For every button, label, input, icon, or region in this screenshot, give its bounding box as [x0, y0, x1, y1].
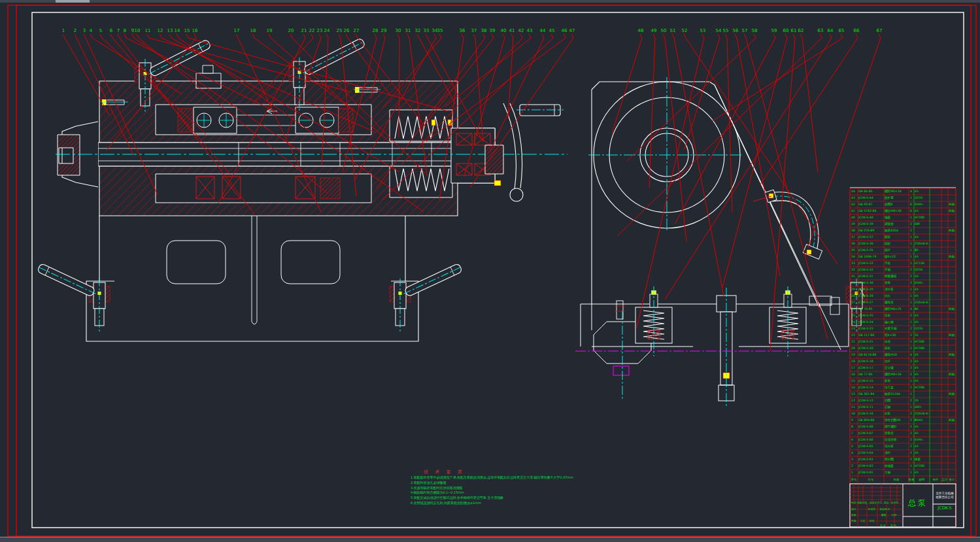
bom-cell: 44 [851, 188, 858, 195]
bom-header-cell: 序号 [851, 478, 857, 481]
bom-row: 43JCDK-5-44防护罩1Q235 [0, 195, 980, 201]
bom-cell: 19 [851, 352, 858, 358]
bom-cell: JCDK-5-37 [858, 234, 883, 241]
bom-cell: 33 [851, 260, 858, 267]
titleblock-label: 校核 [851, 513, 856, 517]
bom-cell: 22 [851, 332, 858, 339]
balloon-number: 55 [723, 28, 729, 33]
titleblock-label: 工艺 [860, 519, 866, 522]
balloon-number: 2 [74, 28, 76, 33]
bom-cell: 蜗轮 [885, 241, 908, 247]
bom-cell: GB 6170-86 [858, 352, 883, 358]
balloon-number: 13 [167, 28, 173, 33]
cad-window: { "sheet": { "bg_color": "#232831", "lin… [0, 0, 980, 542]
bom-row: 16GB 77-85螺钉M8×16245外购 [0, 371, 980, 378]
bom-cell: 偏心轴 [885, 319, 908, 326]
titleblock-drawing-number: JCDK-5 [934, 505, 956, 511]
bom-cell: 外购 [949, 371, 956, 378]
bom-cell: 65Mn [915, 417, 929, 424]
note-line: 5.装配完成后须进行空载试运转,各手柄操作灵活可靠 无卡滞现象 [411, 496, 685, 501]
bom-cell: 1 [910, 391, 914, 398]
balloon-number: 60 [783, 28, 789, 33]
titleblock-label: 第 张 [890, 524, 896, 527]
bom-cell: JCDK-5-07 [858, 430, 883, 437]
bom-cell: 30 [851, 280, 858, 286]
bom-cell: 2 [910, 411, 914, 417]
leader-line [725, 34, 732, 212]
bom-cell: JCDK-5-04 [858, 450, 883, 456]
titleblock-label: 更改文件号 [870, 501, 882, 504]
bom-cell: 2 [910, 424, 914, 430]
bom-row: 40JCDK-5-40端盖1HT200 [0, 214, 980, 221]
balloon-number: 41 [509, 28, 515, 33]
balloon-number: 1 [62, 28, 65, 33]
bom-row: 38GB 276-89轴承62042外购 [0, 228, 980, 234]
bom-cell: 42 [851, 201, 858, 208]
bom-cell: 1 [910, 469, 914, 476]
bom-cell: 密封圈 [885, 456, 908, 463]
bom-cell: 螺母M10 [885, 352, 908, 358]
bom-cell: JCDK-5-12 [858, 398, 883, 404]
bom-cell: 橡胶 [915, 456, 929, 463]
bom-header-cell: 代号 [868, 478, 874, 481]
bom-row: 33JCDK-5-33手轮1HT150 [0, 260, 980, 267]
titleblock-label: 分区 [862, 501, 868, 504]
bom-cell: JCDK-5-36 [858, 241, 883, 247]
bom-cell: 7 [851, 430, 858, 437]
bom-cell: 螺钉M5×16 [885, 188, 908, 195]
titleblock-label: 标准化 [868, 507, 875, 511]
bom-cell: 1 [910, 241, 914, 247]
bom-cell: 26 [851, 306, 858, 313]
bom-cell: 调节螺钉 [885, 424, 908, 430]
bom-cell: 45 [915, 469, 929, 476]
balloon-number: 53 [700, 28, 706, 33]
bom-cell: 4 [910, 352, 914, 358]
bom-row: 31JCDK-5-31锁紧螺母245 [0, 273, 980, 280]
balloon-number: 50 [661, 28, 667, 33]
bom-cell: 08F [915, 221, 929, 228]
bom-row: 3JCDK-5-03密封圈2橡胶 [0, 456, 980, 463]
balloon-number: 57 [742, 28, 748, 33]
bom-cell: HT200 [915, 463, 929, 469]
bom-cell: 轴承51104 [885, 391, 908, 398]
titleblock-label: 批准 [870, 519, 875, 522]
bom-cell: 压板 [885, 313, 908, 319]
bom-cell: 1 [910, 260, 914, 267]
bom-row: 24JCDK-5-24偏心轴145 [0, 319, 980, 326]
bom-cell: 衬套 [885, 411, 908, 417]
bom-cell: 45 [915, 365, 929, 371]
bom-cell: 2 [910, 332, 914, 339]
note-line: 6.全部锐边倒钝去毛刺,外露表面涂防锈油≤1mm [411, 501, 685, 506]
bom-cell: JCDK-5-35 [858, 247, 883, 254]
bom-cell: 37 [851, 234, 858, 241]
leader-line [800, 34, 818, 173]
balloon-number: 67 [877, 28, 883, 33]
balloon-number: 45 [549, 28, 555, 33]
balloon-number: 27 [354, 28, 360, 33]
balloon-number: 56 [733, 28, 739, 33]
bom-cell: 1 [910, 319, 914, 326]
bom-cell: JCDK-5-44 [858, 195, 883, 201]
bom-cell: JCDK-5-40 [858, 214, 883, 221]
bom-cell: HT200 [915, 339, 929, 345]
balloon-number: 48 [638, 28, 644, 33]
bom-row: 21JCDK-5-21体壳1HT200 [0, 339, 980, 345]
bom-cell: 2 [910, 228, 914, 234]
balloon-number: 17 [234, 28, 240, 33]
bom-cell: GB 301-84 [858, 391, 883, 398]
bom-cell: 前端盖 [885, 463, 908, 469]
balloon-number: 29 [381, 28, 387, 33]
balloon-number: 43 [527, 28, 533, 33]
bom-cell: 45 [915, 208, 929, 214]
bom-cell: 螺栓M8×30 [885, 208, 908, 214]
bom-header-cell: 材料 [919, 478, 925, 481]
bom-header-cell: 备注 [949, 478, 955, 481]
bom-cell: JCDK-5-03 [858, 456, 883, 463]
balloon-number: 25 [337, 28, 343, 33]
bom-cell: GB 1096-79 [858, 254, 883, 260]
balloon-number: 63 [818, 28, 824, 33]
bom-cell: JCDK-5-17 [858, 365, 883, 371]
bom-cell: 1 [910, 339, 914, 345]
balloon-number: 64 [828, 28, 834, 33]
titleblock-label: 审核 [851, 519, 856, 522]
